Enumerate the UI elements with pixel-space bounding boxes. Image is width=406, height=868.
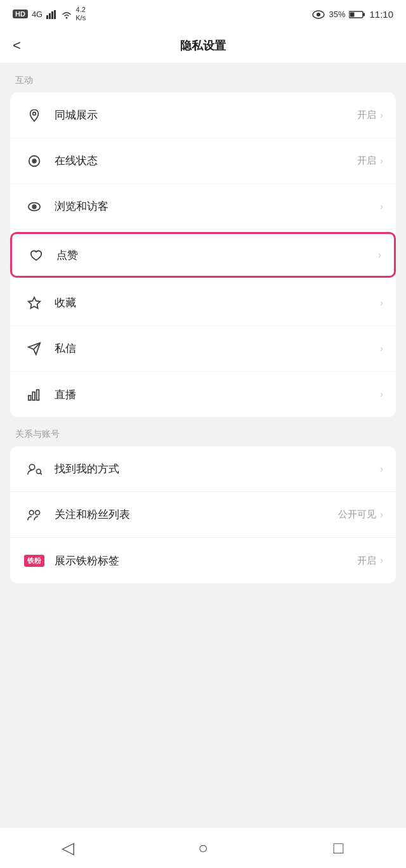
iron-fan-value: 开启 [357,555,376,567]
likes-arrow: › [378,249,381,261]
find-me-arrow: › [380,463,383,475]
location-icon [23,108,46,122]
svg-rect-2 [51,11,53,19]
svg-point-23 [36,510,40,515]
iron-fan-icon: 铁粉 [23,555,46,567]
nearby-display-value: 开启 [357,109,376,121]
svg-point-4 [66,16,68,18]
follow-fans-label: 关注和粉丝列表 [55,507,338,522]
page-header: < 隐私设置 [0,28,406,63]
bottom-nav: ◁ ○ □ [0,827,406,868]
private-message-item[interactable]: 私信 › [10,326,396,372]
browse-visitors-item[interactable]: 浏览和访客 › [10,184,396,230]
section-label-interaction: 互动 [0,63,406,93]
nearby-display-label: 同城展示 [55,108,357,122]
svg-rect-19 [37,390,39,401]
svg-rect-3 [54,10,56,19]
svg-rect-9 [363,13,365,16]
svg-rect-8 [350,12,355,16]
favorites-label: 收藏 [55,295,376,310]
battery-text: 35% [329,10,345,19]
page-title: 隐私设置 [180,38,226,53]
nav-home-button[interactable]: ○ [184,838,222,858]
svg-rect-1 [49,13,51,19]
eye-status-icon [312,9,325,19]
nearby-display-arrow: › [380,110,383,121]
status-right: 35% 11:10 [312,9,393,20]
signal-icon [46,9,58,19]
browse-visitors-label: 浏览和访客 [55,199,376,214]
status-left: HD 4G 4.2K/s [13,6,86,22]
hd-badge: HD [13,10,28,18]
heart-icon [25,248,48,262]
status-bar: HD 4G 4.2K/s 35% [0,0,406,28]
relationship-card: 找到我的方式 › 关注和粉丝列表 公开可见 › 铁粉 展示铁粉标签 开启 › [10,446,396,583]
wifi-icon [62,9,72,18]
private-message-arrow: › [380,343,383,354]
find-me-item[interactable]: 找到我的方式 › [10,446,396,492]
network-icon: 4G [32,10,43,19]
online-status-arrow: › [380,155,383,167]
star-icon [23,296,46,310]
person-search-icon [23,462,46,476]
svg-rect-0 [46,15,48,19]
nav-back-button[interactable]: ◁ [49,838,87,858]
online-status-item[interactable]: 在线状态 开启 › [10,138,396,184]
section-label-relationship: 关系与账号 [0,417,406,446]
follow-fans-item[interactable]: 关注和粉丝列表 公开可见 › [10,492,396,538]
live-item[interactable]: 直播 › [10,372,396,417]
iron-fan-item[interactable]: 铁粉 展示铁粉标签 开启 › [10,538,396,583]
time-text: 11:10 [369,9,393,20]
nearby-display-item[interactable]: 同城展示 开启 › [10,93,396,138]
browse-visitors-arrow: › [380,201,383,212]
bar-chart-icon [23,387,46,401]
online-status-value: 开启 [357,155,376,167]
likes-label: 点赞 [56,248,374,262]
iron-fan-arrow: › [380,555,383,566]
live-arrow: › [380,389,383,400]
svg-point-21 [36,469,41,474]
svg-point-15 [34,205,35,207]
svg-marker-16 [29,297,40,308]
message-icon [23,342,46,356]
online-status-label: 在线状态 [55,153,357,168]
eye-icon [23,200,46,214]
find-me-label: 找到我的方式 [55,462,376,476]
interaction-card: 同城展示 开启 › 在线状态 开启 › 浏览和访客 › [10,93,396,417]
favorites-item[interactable]: 收藏 › [10,280,396,326]
svg-rect-17 [29,396,31,400]
favorites-arrow: › [380,297,383,309]
back-button[interactable]: < [13,37,21,54]
speed-text: 4.2K/s [75,6,86,22]
svg-point-12 [32,159,36,163]
private-message-label: 私信 [55,341,376,356]
persons-icon [23,508,46,522]
online-icon [23,154,46,168]
svg-point-6 [317,13,320,16]
svg-point-10 [33,112,36,115]
likes-item[interactable]: 点赞 › [10,232,396,278]
svg-point-22 [29,510,34,515]
iron-fan-label: 展示铁粉标签 [55,554,357,568]
follow-fans-arrow: › [380,509,383,521]
live-label: 直播 [55,387,376,402]
svg-rect-18 [32,392,35,400]
svg-point-20 [29,464,35,470]
nav-recent-button[interactable]: □ [319,838,357,858]
follow-fans-value: 公开可见 [338,508,376,521]
battery-icon [349,9,365,19]
